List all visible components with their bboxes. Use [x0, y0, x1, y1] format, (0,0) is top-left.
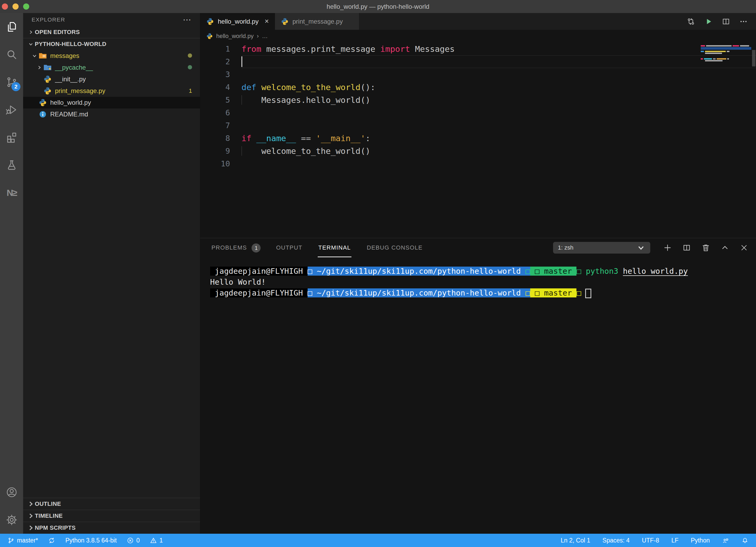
panel-tab-output[interactable]: OUTPUT: [275, 238, 303, 258]
sidebar-title: EXPLORER: [32, 16, 65, 23]
line-content[interactable]: from messages.print_message import Messa…: [241, 43, 756, 55]
statusbar-encoding[interactable]: UTF-8: [642, 537, 659, 544]
maximize-panel-icon[interactable]: [720, 243, 729, 252]
code-line-4[interactable]: 4def welcome_to_the_world():: [200, 81, 756, 94]
sidebar-section-npm-scripts[interactable]: NPM SCRIPTS: [23, 522, 200, 534]
code-line-9[interactable]: 9 welcome_to_the_world(): [200, 145, 756, 157]
statusbar-error-count[interactable]: 0: [127, 537, 140, 544]
code-line-2[interactable]: 2: [200, 55, 756, 68]
line-content[interactable]: [241, 157, 756, 170]
minimap-token: [701, 58, 703, 60]
code-editor[interactable]: 1from messages.print_message import Mess…: [200, 43, 756, 238]
line-content[interactable]: [241, 55, 756, 68]
editor-scrollbar[interactable]: [752, 50, 755, 66]
line-content[interactable]: if __name__ == '__main__':: [241, 132, 756, 145]
tree-item--init-py[interactable]: __init__.py: [23, 73, 200, 85]
statusbar-language-mode[interactable]: Python: [691, 537, 710, 544]
editor-tab-hello-world-py[interactable]: hello_world.py×: [200, 13, 275, 30]
git-dot-olive: [188, 53, 192, 58]
code-line-5[interactable]: 5 Messages.hello_world(): [200, 94, 756, 106]
line-content[interactable]: Messages.hello_world(): [241, 94, 756, 106]
editor-tab-print-message-py[interactable]: print_message.py: [275, 13, 359, 30]
split-editor-icon[interactable]: [721, 17, 730, 26]
zoom-window-button[interactable]: [23, 3, 29, 10]
run-file-icon[interactable]: [704, 17, 713, 26]
sidebar-section-outline[interactable]: OUTLINE: [23, 498, 200, 510]
line-content[interactable]: welcome_to_the_world(): [241, 145, 756, 157]
terminal[interactable]: jagdeepjain@FLYHIGH □ ~/git/ski11up/ski1…: [200, 258, 756, 299]
statusbar-git-branch-status[interactable]: master*: [7, 537, 38, 544]
terminal-segment-git-green: □ master: [530, 266, 577, 276]
code-line-1[interactable]: 1from messages.print_message import Mess…: [200, 43, 756, 55]
close-panel-icon[interactable]: [740, 243, 749, 252]
code-line-10[interactable]: 10: [200, 157, 756, 170]
minimap-current-line: [701, 47, 751, 50]
statusbar-sync-status[interactable]: [48, 537, 55, 544]
activitybar-account[interactable]: [0, 478, 23, 506]
minimap-token: [727, 58, 729, 60]
text-cursor: [241, 56, 242, 67]
project-section-header[interactable]: PYTHON-HELLO-WORLD: [23, 38, 200, 50]
close-window-button[interactable]: [2, 3, 8, 10]
statusbar-warning-count[interactable]: 1: [150, 537, 163, 544]
panel-tab-terminal[interactable]: TERMINAL: [318, 238, 351, 258]
minimap[interactable]: [701, 45, 751, 109]
sidebar-section-timeline[interactable]: TIMELINE: [23, 510, 200, 522]
terminal-segment-path: □ ~/git/ski11up/ski11up.com/python-hello…: [308, 266, 526, 276]
new-terminal-icon[interactable]: [663, 243, 672, 252]
code-token: ==: [296, 133, 316, 143]
terminal-select[interactable]: 1: zsh: [553, 242, 650, 253]
tree-item--pycache-[interactable]: __pycache__: [23, 62, 200, 73]
line-number: 8: [200, 132, 230, 145]
activitybar-extensions[interactable]: [0, 124, 23, 151]
tree-item-messages[interactable]: messages: [23, 50, 200, 62]
folder-blue-icon: [43, 63, 52, 72]
breadcrumb-more[interactable]: …: [262, 33, 268, 40]
open-editors-section[interactable]: OPEN EDITORS: [23, 26, 200, 38]
sidebar-more-actions[interactable]: ⋯: [183, 18, 192, 21]
statusbar-eol-sequence[interactable]: LF: [672, 537, 679, 544]
terminal-select-value: 1: zsh: [558, 244, 574, 251]
tree-item-readme-md[interactable]: README.md: [23, 108, 200, 120]
panel-tab-debug-console[interactable]: DEBUG CONSOLE: [366, 238, 423, 258]
code-line-8[interactable]: 8if __name__ == '__main__':: [200, 132, 756, 145]
activitybar-notebooks[interactable]: N≥: [0, 179, 23, 206]
git-dot-green: [188, 65, 192, 69]
statusbar-python-interpreter[interactable]: Python 3.8.5 64-bit: [65, 537, 117, 544]
tree-item-hello-world-py[interactable]: hello_world.py: [23, 97, 200, 108]
tree-item-print-message-py[interactable]: print_message.py1: [23, 85, 200, 97]
statusbar-indentation[interactable]: Spaces: 4: [602, 537, 630, 544]
more-actions-icon[interactable]: [739, 17, 748, 26]
python-icon: [39, 98, 47, 107]
code-line-3[interactable]: 3: [200, 68, 756, 81]
kill-terminal-icon[interactable]: [701, 243, 710, 252]
status-text: 0: [136, 537, 140, 544]
breadcrumb: hello_world.py › …: [200, 30, 756, 43]
editor-actions: [686, 13, 756, 30]
panel-tab-problems[interactable]: PROBLEMS1: [211, 238, 261, 258]
statusbar-cursor-position[interactable]: Ln 2, Col 1: [561, 537, 590, 544]
line-content[interactable]: [241, 106, 756, 119]
line-content[interactable]: [241, 119, 756, 132]
terminal-segment-git-yellow: □ master: [530, 289, 577, 298]
code-line-6[interactable]: 6: [200, 106, 756, 119]
open-changes-icon[interactable]: [686, 17, 695, 26]
activitybar-settings[interactable]: [0, 506, 23, 534]
breadcrumb-file[interactable]: hello_world.py: [216, 33, 254, 40]
close-tab-icon[interactable]: ×: [265, 17, 269, 26]
minimize-window-button[interactable]: [12, 3, 19, 10]
minimap-line: [701, 51, 729, 52]
code-token: Messages: [410, 44, 455, 54]
statusbar-feedback[interactable]: [722, 537, 729, 544]
line-content[interactable]: def welcome_to_the_world():: [241, 81, 756, 94]
feedback-icon: [722, 537, 729, 544]
line-content[interactable]: [241, 68, 756, 81]
activitybar-testing[interactable]: [0, 151, 23, 179]
activitybar-run-debug[interactable]: [0, 96, 23, 124]
statusbar-notifications[interactable]: [741, 537, 749, 544]
code-line-7[interactable]: 7: [200, 119, 756, 132]
activitybar-source-control[interactable]: 2: [0, 68, 23, 96]
activitybar-explorer[interactable]: [0, 13, 23, 41]
activitybar-search[interactable]: [0, 41, 23, 68]
split-terminal-icon[interactable]: [682, 243, 691, 252]
